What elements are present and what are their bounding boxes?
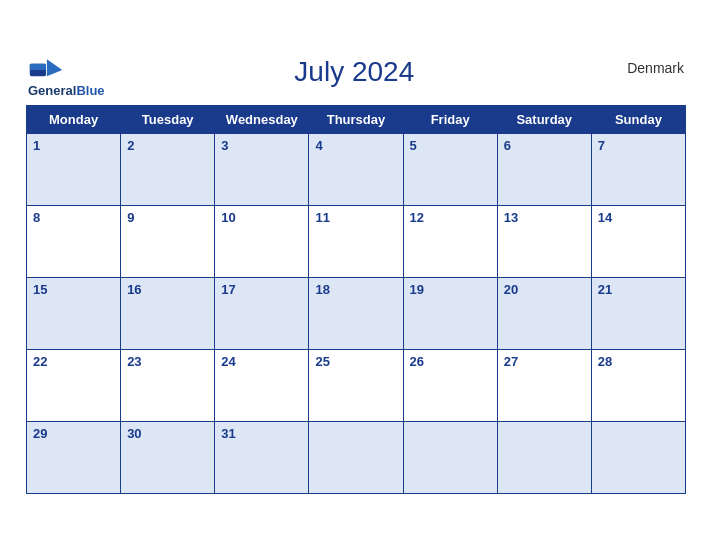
calendar-cell (403, 421, 497, 493)
calendar-week-row-4: 22232425262728 (27, 349, 686, 421)
day-number: 23 (127, 354, 141, 369)
calendar-wrapper: General Blue July 2024 Denmark Monday Tu… (16, 46, 696, 503)
day-number: 29 (33, 426, 47, 441)
calendar-cell: 14 (591, 205, 685, 277)
weekday-header-row: Monday Tuesday Wednesday Thursday Friday… (27, 105, 686, 133)
header-thursday: Thursday (309, 105, 403, 133)
calendar-cell: 8 (27, 205, 121, 277)
calendar-cell: 15 (27, 277, 121, 349)
day-number: 8 (33, 210, 40, 225)
day-number: 10 (221, 210, 235, 225)
day-number: 27 (504, 354, 518, 369)
day-number: 30 (127, 426, 141, 441)
header-wednesday: Wednesday (215, 105, 309, 133)
calendar-cell: 16 (121, 277, 215, 349)
calendar-cell: 13 (497, 205, 591, 277)
calendar-week-row-1: 1234567 (27, 133, 686, 205)
calendar-cell: 24 (215, 349, 309, 421)
calendar-cell (591, 421, 685, 493)
calendar-cell: 23 (121, 349, 215, 421)
calendar-cell: 19 (403, 277, 497, 349)
calendar-header: General Blue July 2024 Denmark (26, 56, 686, 98)
day-number: 3 (221, 138, 228, 153)
calendar-cell: 17 (215, 277, 309, 349)
header-monday: Monday (27, 105, 121, 133)
day-number: 22 (33, 354, 47, 369)
day-number: 28 (598, 354, 612, 369)
calendar-week-row-5: 293031 (27, 421, 686, 493)
calendar-table: Monday Tuesday Wednesday Thursday Friday… (26, 105, 686, 494)
calendar-cell: 5 (403, 133, 497, 205)
calendar-cell: 21 (591, 277, 685, 349)
calendar-cell: 6 (497, 133, 591, 205)
day-number: 19 (410, 282, 424, 297)
calendar-cell: 4 (309, 133, 403, 205)
calendar-cell: 31 (215, 421, 309, 493)
day-number: 1 (33, 138, 40, 153)
calendar-week-row-2: 891011121314 (27, 205, 686, 277)
logo-blue: Blue (76, 84, 104, 98)
day-number: 11 (315, 210, 329, 225)
header-sunday: Sunday (591, 105, 685, 133)
calendar-cell: 20 (497, 277, 591, 349)
calendar-cell: 12 (403, 205, 497, 277)
day-number: 6 (504, 138, 511, 153)
calendar-cell: 10 (215, 205, 309, 277)
day-number: 9 (127, 210, 134, 225)
calendar-cell: 26 (403, 349, 497, 421)
calendar-cell: 1 (27, 133, 121, 205)
day-number: 26 (410, 354, 424, 369)
header-friday: Friday (403, 105, 497, 133)
logo-area: General Blue (28, 56, 105, 98)
svg-marker-1 (47, 60, 62, 77)
calendar-cell (497, 421, 591, 493)
day-number: 5 (410, 138, 417, 153)
calendar-cell: 30 (121, 421, 215, 493)
header-saturday: Saturday (497, 105, 591, 133)
calendar-cell: 25 (309, 349, 403, 421)
country-label: Denmark (604, 56, 684, 76)
month-title: July 2024 (105, 56, 604, 88)
calendar-week-row-3: 15161718192021 (27, 277, 686, 349)
calendar-cell: 7 (591, 133, 685, 205)
header-tuesday: Tuesday (121, 105, 215, 133)
day-number: 21 (598, 282, 612, 297)
day-number: 4 (315, 138, 322, 153)
calendar-cell: 22 (27, 349, 121, 421)
calendar-cell: 27 (497, 349, 591, 421)
day-number: 7 (598, 138, 605, 153)
calendar-cell: 9 (121, 205, 215, 277)
day-number: 2 (127, 138, 134, 153)
logo-icon (28, 56, 64, 84)
day-number: 16 (127, 282, 141, 297)
calendar-cell: 29 (27, 421, 121, 493)
calendar-cell: 2 (121, 133, 215, 205)
svg-rect-2 (30, 64, 46, 70)
day-number: 24 (221, 354, 235, 369)
calendar-cell: 3 (215, 133, 309, 205)
calendar-cell: 28 (591, 349, 685, 421)
day-number: 12 (410, 210, 424, 225)
day-number: 15 (33, 282, 47, 297)
day-number: 17 (221, 282, 235, 297)
day-number: 14 (598, 210, 612, 225)
day-number: 18 (315, 282, 329, 297)
day-number: 25 (315, 354, 329, 369)
day-number: 20 (504, 282, 518, 297)
calendar-cell: 11 (309, 205, 403, 277)
calendar-cell (309, 421, 403, 493)
logo-general: General (28, 84, 76, 98)
calendar-cell: 18 (309, 277, 403, 349)
day-number: 31 (221, 426, 235, 441)
day-number: 13 (504, 210, 518, 225)
